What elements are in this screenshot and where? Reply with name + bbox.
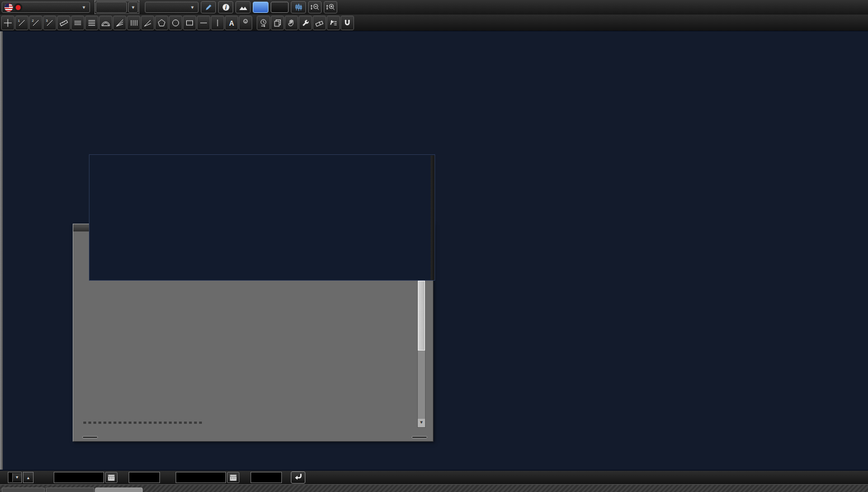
crosshair-tool-button[interactable] [1,16,15,30]
parallel-lines-tool-button[interactable] [71,16,84,30]
rectangle-icon [185,18,194,27]
vertical-lines-icon [129,18,138,27]
three-lines-icon [73,18,82,27]
timeframe-arrow-button[interactable]: ▼ [128,2,138,13]
svg-text:1: 1 [18,19,20,22]
date-to-input[interactable] [176,472,226,483]
arc-icon [101,18,110,27]
smiley-icon [241,18,250,27]
magnet-icon [343,18,352,27]
bottom-control-bar: ▼ ▲ [0,470,868,484]
newer-news-button[interactable] [412,436,427,438]
pan-tool-button[interactable] [285,16,298,30]
vertical-line-tool-button[interactable] [211,16,224,30]
scroll-down-arrow[interactable]: ▼ [418,418,425,427]
clipped-next-headline [83,422,204,424]
eraser-tool-button[interactable] [313,16,326,30]
bid-button[interactable] [253,2,268,13]
chart-region: ▼ [0,31,868,470]
left-resize-edge[interactable] [0,31,3,470]
settings-tool-button[interactable] [299,16,312,30]
calendar-icon [107,473,116,482]
copy-tool-button[interactable] [271,16,284,30]
chevron-down-icon: ▼ [189,5,196,10]
svg-text:2: 2 [32,19,34,22]
magnet-tool-button[interactable] [341,16,354,30]
time-to-input[interactable] [251,472,282,483]
copy-icon [273,18,282,27]
ruler-tool-button[interactable] [57,16,70,30]
refresh-range-button[interactable] [291,471,305,484]
wrench-icon [301,18,310,27]
trading-app-window: ▼ ▼ ▼ i [0,0,868,492]
count-increase-button[interactable]: ▲ [23,472,34,483]
date-from-input[interactable] [54,472,104,483]
trendline-1-tool-button[interactable]: 1 [15,16,29,30]
svg-text:i: i [225,4,227,11]
count-decrease-button[interactable]: ▼ [12,473,21,482]
four-lines-icon [87,18,96,27]
vertical-line-icon [213,18,222,27]
news-article-text [78,282,420,292]
wrench-list-icon [329,18,338,27]
chart-tab-3-active[interactable] [95,488,143,492]
bar-count-input[interactable]: ▼ [8,472,22,483]
ask-button[interactable] [271,2,289,13]
clock-history-icon [259,18,268,27]
svg-text:3: 3 [46,19,48,22]
inset-price-chart[interactable] [89,155,435,280]
svg-text:A: A [229,19,234,27]
trendline-1-icon: 1 [17,18,26,27]
multi-lines-tool-button[interactable] [85,16,98,30]
candle-display-button[interactable] [291,1,306,13]
angle-line-tool-button[interactable] [141,16,154,30]
trendline-3-tool-button[interactable]: 3 [43,16,56,30]
circle-icon [171,18,180,27]
return-arrow-icon [293,472,303,481]
chevron-down-icon: ▼ [81,5,87,10]
zoom-out-button[interactable] [308,1,322,13]
indicator-settings-button[interactable] [327,16,340,30]
drawing-toolbar: 1 2 3 A [0,15,868,31]
vertical-lines-tool-button[interactable] [127,16,140,30]
horizontal-line-icon [199,18,208,27]
mountain-icon [239,3,248,12]
chart-tab-1[interactable] [2,488,45,492]
eraser-icon [315,18,324,27]
bottom-tab-strip [0,484,868,492]
horizontal-line-tool-button[interactable] [197,16,210,30]
trendline-2-icon: 2 [31,18,40,27]
time-from-input[interactable] [129,472,160,483]
older-news-button[interactable] [82,436,98,438]
fibonacci-fan-tool-button[interactable] [113,16,126,30]
trendline-3-icon: 3 [45,18,54,27]
info-button[interactable]: i [218,1,233,13]
scrollbar-thumb[interactable] [418,281,425,351]
ellipse-tool-button[interactable] [169,16,182,30]
area-chart-button[interactable] [235,1,251,13]
zoom-in-button[interactable] [324,1,337,13]
icon-stamp-tool-button[interactable] [239,16,252,30]
angle-lines-icon [143,18,152,27]
main-toolbar: ▼ ▼ ▼ i [0,0,868,15]
draw-pencil-button[interactable] [201,1,216,13]
fibonacci-arc-tool-button[interactable] [99,16,112,30]
inset-chart-window[interactable] [89,155,435,280]
zoom-in-icon [326,3,335,12]
calendar-icon [229,473,238,482]
chart-tab-2[interactable] [46,488,95,492]
history-tool-button[interactable] [257,16,270,30]
candlestick-icon [294,3,303,12]
calendar-from-button[interactable] [105,472,117,483]
technical-select-dropdown[interactable]: ▼ [145,2,199,13]
timeframe-dropdown[interactable] [96,2,127,13]
pencil-icon [204,3,213,12]
pentagon-icon [157,18,166,27]
info-icon: i [221,3,230,12]
calendar-to-button[interactable] [227,472,239,483]
pentagon-tool-button[interactable] [155,16,168,30]
text-tool-button[interactable]: A [225,16,238,30]
trendline-2-tool-button[interactable]: 2 [29,16,43,30]
currency-pair-dropdown[interactable]: ▼ [2,2,90,13]
rectangle-tool-button[interactable] [183,16,196,30]
